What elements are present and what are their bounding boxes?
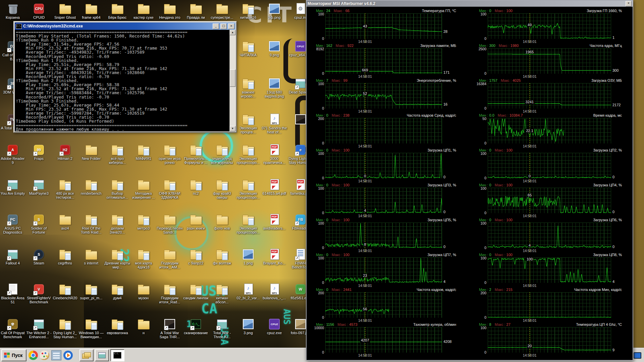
desktop-icon-Нечдача это[interactable]: Нечдача это <box>157 3 183 19</box>
desktop-icon-хитман16[interactable]: хитман16 <box>235 3 261 19</box>
desktop-icon-всё про киберпа...[interactable]: всё про киберпа... <box>104 144 130 165</box>
desktop-icon-н[interactable]: н <box>130 318 157 335</box>
close-icon[interactable]: × <box>626 1 632 6</box>
desktop-icon-3ф.png[interactable]: 3ф.png <box>261 3 287 19</box>
graph-plot[interactable]: 10000014:58:01 <box>488 153 611 178</box>
graph-plot[interactable]: 20005614:58:01 <box>325 292 442 318</box>
minimize-button[interactable]: _ <box>213 23 219 29</box>
desktop-icon-3000 практическ...[interactable]: PDF3000 практическ... <box>261 144 287 165</box>
graph-plot[interactable]: 1000165214:58:01 <box>325 83 442 109</box>
desktop-icon-кастер сухе[interactable]: кастер сухе <box>130 3 157 19</box>
desktop-icon-Эволюция процессоро...[interactable]: Эволюция процессоро... <box>235 144 261 165</box>
desktop-icon-Total War - Three Ki...[interactable]: ↗Total War - Three Ki... <box>209 318 235 339</box>
desktop-icon-StreetFighterV Benchmark[interactable]: V↗StreetFighterV Benchmark <box>26 283 52 304</box>
desktop-icon-хитман абсол...[interactable]: хитман абсол... <box>209 283 235 304</box>
desktop-icon-Fallout 4[interactable]: ↗Fallout 4 <box>0 248 26 265</box>
desktop-icon-Методика измерения ...[interactable]: Методика измерения ... <box>130 179 157 199</box>
chrome-icon[interactable] <box>29 351 38 360</box>
desktop-icon-Brayant_Ko...[interactable]: PDFBrayant_Ko... <box>261 248 287 265</box>
desktop-icon-3.png[interactable]: 3.png <box>235 318 261 335</box>
desktop-icon-ундегроунд все журналы[interactable]: ундегроунд все журналы <box>209 144 235 165</box>
graph-plot[interactable]: 25000300196514:58:01 <box>488 48 611 74</box>
desktop-icon-Эволюция процессоро...[interactable]: Эволюция процессоро... <box>235 214 261 234</box>
desktop-icon-Adobe Reader 9[interactable]: A↗Adobe Reader 9 <box>0 144 26 165</box>
desktop-icon-разн книги[interactable]: разн книги <box>183 214 209 230</box>
desktop-icon-Call Of Pripyat Benchmark[interactable]: ☢↗Call Of Pripyat Benchmark <box>0 318 26 339</box>
desktop-icon-с 9апр22[interactable]: с 9апр22 <box>183 248 209 265</box>
graph-plot[interactable]: 100042314:58:01 <box>325 257 442 283</box>
desktop-icon-avidreaders...[interactable]: PDFavidreaders... <box>261 214 287 230</box>
desktop-icon-avz4[interactable]: avz4 <box>52 214 78 230</box>
desktop-icon-Sniper Ghost[interactable]: Sniper Ghost <box>52 3 78 19</box>
desktop-icon-New Folder[interactable]: New Folder <box>78 144 104 161</box>
afterburner-titlebar[interactable]: Мониторинг MSI Afterburner v4.6.2 × <box>307 1 633 7</box>
desktop-icon-ЧИТАЛКА[interactable]: ЧИТАЛКА <box>235 40 261 57</box>
desktop-icon-A Total War Saga THR...[interactable]: ↗A Total War Saga THR... <box>157 318 183 339</box>
scroll-down-icon[interactable]: ▼ <box>230 126 235 131</box>
desktop-icon-ОФФ КЛБЧИ ЗДМАРКА[interactable]: ОФФ КЛБЧИ ЗДМАРКА <box>157 179 183 199</box>
desktop-icon-renderbench[interactable]: renderbench <box>78 179 104 195</box>
desktop-icon-CinebenchR20[interactable]: CinebenchR20 <box>52 283 78 300</box>
desktop-icon-1.png[interactable]: 1.png <box>235 248 261 265</box>
desktop-icon-Rise Of the Tomb Raid...[interactable]: Rise Of the Tomb Raid... <box>78 214 104 234</box>
desktop-icon-Правда ли[interactable]: Правда ли <box>183 3 209 19</box>
desktop-icon-сандмк линпак[interactable]: сандмк линпак <box>183 283 209 300</box>
desktop-icon-Корзина[interactable]: Корзина <box>0 3 26 19</box>
desktop-icon-Эволюция процессоро...[interactable]: Эволюция процессоро... <box>235 179 261 199</box>
desktop-icon-Бёрк Брюс[interactable]: Бёрк Брюс <box>104 3 130 19</box>
desktop-icon-евровагонка[interactable]: евровагонка <box>104 318 130 335</box>
desktop-icon-важнее игрово...[interactable]: важнее игрово... <box>235 77 261 98</box>
desktop-icon-Древние карты мир...[interactable]: Древние карты мир... <box>104 248 130 269</box>
desktop-icon-Hitman 2[interactable]: H2↗Hitman 2 <box>52 144 78 161</box>
desktop-icon-Эволюция процев...[interactable]: Эволюция процев... <box>235 113 261 134</box>
cmd-scrollbar[interactable]: ▲ ▼ <box>229 30 235 131</box>
desktop-icon-cpuz.exe[interactable]: CPUZcpuz.exe <box>261 318 287 335</box>
maximize-button[interactable]: □ <box>220 23 227 29</box>
desktop-icon-Windows 10 — Википедия...[interactable]: Windows 10 — Википедия... <box>78 318 104 339</box>
desktop-icon-Blacksite Area 51[interactable]: ↗Blacksite Area 51 <box>0 283 26 304</box>
cmd-titlebar[interactable]: C:\. C:\Windows\system32\cmd.exe _ □ × <box>15 22 235 30</box>
desktop-icon-You Are Empty[interactable]: ↗You Are Empty <box>0 179 26 195</box>
desktop-icon-пс2[interactable]: пс2 <box>183 179 209 195</box>
graph-plot[interactable]: 10000414:58:01 <box>325 188 442 213</box>
close-button[interactable]: × <box>228 23 234 29</box>
desktop-icon-фх волтаж[interactable]: фх волтаж <box>209 248 235 265</box>
graph-plot[interactable]: 1000284314:58:01 <box>325 13 442 39</box>
desktop-icon-02_bi_2_var...[interactable]: MP302_bi_2_var... <box>235 283 261 300</box>
desktop-icon-музон[interactable]: музон <box>130 283 157 300</box>
start-button[interactable]: Пуск <box>1 349 26 361</box>
graph-plot[interactable]: 10000414:58:01 <box>488 223 611 248</box>
desktop-icon-super_pi_m...[interactable]: super_pi_m... <box>78 283 104 300</box>
desktop-icon-480 px все тестиров...[interactable]: 480 px все тестиров... <box>52 179 78 199</box>
desktop-icon-Перевод песен Sandr...[interactable]: Перевод песен Sandr... <box>157 214 183 234</box>
desktop-icon-делаем 3янв20...[interactable]: делаем 3янв20... <box>104 214 130 234</box>
graph-plot[interactable]: 1000410014:58:01 <box>488 257 611 283</box>
desktop-icon-моя карта 4дек18[interactable]: моя карта 4дек18 <box>130 248 157 269</box>
graph-plot[interactable]: 1000004208420714:58:01 <box>325 327 442 353</box>
desktop-icon-9.png[interactable]: 9.png <box>261 40 287 57</box>
desktop-icon-s internrt[interactable]: s internrt <box>78 248 104 265</box>
desktop-icon-614815.a4.pdf[interactable]: PDF614815.a4.pdf <box>261 179 287 195</box>
desktop-icon-CPUID[interactable]: CPUCPUID <box>26 3 52 19</box>
desktop-icon-cegrfhns[interactable]: cegrfhns <box>52 248 78 265</box>
desktop-icon-сканирование[interactable]: C:\_↗сканирование <box>183 318 209 335</box>
graph-plot[interactable]: 100014914:58:01 <box>488 13 611 39</box>
desktop-icon-The Witcher 2 - Enhanced...[interactable]: ↗The Witcher 2 - Enhanced... <box>26 318 52 339</box>
graph-plot[interactable]: 8192017166914:58:01 <box>325 48 442 74</box>
graph-plot[interactable]: 1638402172324114:58:01 <box>488 83 611 109</box>
taskbar-button-app-window-icon[interactable] <box>95 349 109 361</box>
desktop-icon-МАФИЯ1[interactable]: МАФИЯ1 <box>130 144 157 161</box>
desktop-icon-Dying Light 2_ Stay Human...[interactable]: Dying Light 2_ Stay Human... <box>52 318 78 339</box>
graph-plot[interactable]: 100092014:58:01 <box>488 327 611 353</box>
desktop-icon-frame xp64[interactable]: frame xp64 <box>78 3 104 19</box>
desktop-icon-оригтин игра рочно[interactable]: оригтин игра рочно <box>157 144 183 165</box>
desktop-icon-Steam[interactable]: S↗Steam <box>26 248 52 265</box>
media-player-icon[interactable] <box>63 351 73 360</box>
desktop-icon-Подводим итоги_Rad...[interactable]: Подводим итоги_Rad... <box>157 283 183 304</box>
paint-icon[interactable] <box>40 351 49 360</box>
desktop-icon-дум4[interactable]: дум4 <box>104 283 130 300</box>
tray-display-icon[interactable] <box>634 352 641 359</box>
scroll-up-icon[interactable]: ▲ <box>230 30 235 35</box>
desktop-icon-bulanova_-_...[interactable]: MP3bulanova_-_... <box>261 283 287 300</box>
graph-plot[interactable]: 50022.114:58:01 <box>488 118 611 143</box>
